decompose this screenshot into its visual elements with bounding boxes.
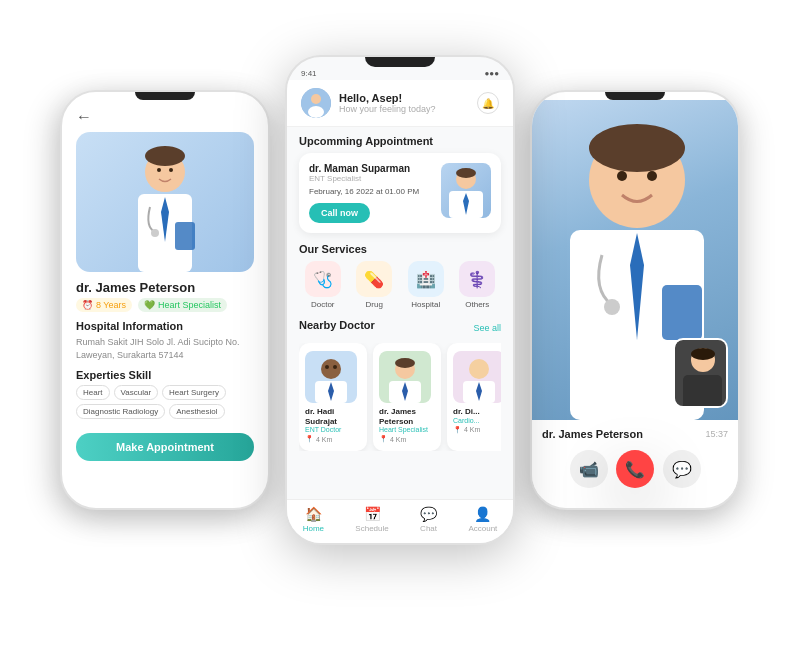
nearby-doctor-1-photo xyxy=(305,351,357,403)
nearby-doctor-1-name: dr. Hadi Sudrajat xyxy=(305,407,361,426)
service-others[interactable]: ⚕️ Others xyxy=(454,261,502,309)
nav-chat-label: Chat xyxy=(420,524,437,533)
svg-point-16 xyxy=(321,359,341,379)
nearby-card-1[interactable]: dr. Hadi Sudrajat ENT Doctor 📍 4 Km xyxy=(299,343,367,451)
call-time: 15:37 xyxy=(705,429,728,439)
service-doctor[interactable]: 🩺 Doctor xyxy=(299,261,347,309)
svg-point-1 xyxy=(145,146,185,166)
video-button[interactable]: 📹 xyxy=(570,450,608,488)
svg-point-27 xyxy=(469,359,489,379)
others-service-icon: ⚕️ xyxy=(459,261,495,297)
nearby-doctor-1-dist: 📍 4 Km xyxy=(305,435,361,443)
nearby-header: Nearby Doctor See all xyxy=(299,319,501,337)
video-call-bg xyxy=(532,100,738,420)
chat-button[interactable]: 💬 xyxy=(663,450,701,488)
svg-rect-37 xyxy=(662,285,702,340)
skill-vascular: Vascular xyxy=(114,385,159,400)
nav-schedule-label: Schedule xyxy=(355,524,388,533)
hospital-info: Rumah Sakit JIH Solo Jl. Adi Sucipto No.… xyxy=(76,336,254,361)
svg-point-12 xyxy=(456,168,476,178)
end-call-button[interactable]: 📞 xyxy=(616,450,654,488)
doctor-service-label: Doctor xyxy=(311,300,335,309)
hospital-service-label: Hospital xyxy=(411,300,440,309)
expertise-section-title: Experties Skill xyxy=(76,369,254,381)
service-drug[interactable]: 💊 Drug xyxy=(351,261,399,309)
chat-icon: 💬 xyxy=(420,506,437,522)
svg-point-5 xyxy=(157,168,161,172)
service-hospital[interactable]: 🏥 Hospital xyxy=(402,261,450,309)
call-doctor-name: dr. James Peterson xyxy=(542,428,643,440)
user-avatar xyxy=(301,88,331,118)
nav-home[interactable]: 🏠 Home xyxy=(303,506,324,533)
hospital-section-title: Hospital Information xyxy=(76,320,254,332)
account-icon: 👤 xyxy=(474,506,491,522)
svg-point-40 xyxy=(691,348,715,360)
skill-heart: Heart xyxy=(76,385,110,400)
nearby-doctor-3-name: dr. Di... xyxy=(453,407,501,417)
nearby-list: dr. Hadi Sudrajat ENT Doctor 📍 4 Km xyxy=(299,343,501,451)
center-phone: 9:41 ●●● Hello, Asep! How your feeling t… xyxy=(285,55,515,545)
svg-point-9 xyxy=(311,94,321,104)
appointment-card: dr. Maman Suparman ENT Specialist Februa… xyxy=(299,153,501,233)
see-all-link[interactable]: See all xyxy=(473,323,501,333)
appointment-info: dr. Maman Suparman ENT Specialist Februa… xyxy=(309,163,433,223)
nav-chat[interactable]: 💬 Chat xyxy=(420,506,437,533)
call-doctor-row: dr. James Peterson 15:37 xyxy=(542,428,728,440)
nearby-doctor-2-dist: 📍 4 Km xyxy=(379,435,435,443)
schedule-icon: 📅 xyxy=(364,506,381,522)
call-action-buttons: 📹 💬 📞 xyxy=(542,450,728,488)
status-bar: 9:41 ●●● xyxy=(287,67,513,80)
svg-point-23 xyxy=(395,358,415,368)
nearby-doc3-illustration xyxy=(453,351,501,403)
nearby-section-title: Nearby Doctor xyxy=(299,319,375,331)
nav-account[interactable]: 👤 Account xyxy=(468,506,497,533)
skill-surgery: Heart Surgery xyxy=(162,385,226,400)
left-phone: ← xyxy=(60,90,270,510)
svg-point-10 xyxy=(308,106,324,118)
doctor-illustration-left xyxy=(120,142,210,272)
svg-rect-7 xyxy=(175,222,195,250)
nearby-doctor-3-photo xyxy=(453,351,501,403)
inset-person-illustration xyxy=(675,340,728,408)
drug-service-label: Drug xyxy=(366,300,383,309)
nav-schedule[interactable]: 📅 Schedule xyxy=(355,506,388,533)
center-body: Upcomming Appointment dr. Maman Suparman… xyxy=(287,127,513,459)
nearby-doctor-2-spec: Heart Specialist xyxy=(379,426,435,433)
drug-service-icon: 💊 xyxy=(356,261,392,297)
scene: ← xyxy=(0,0,800,659)
right-notch xyxy=(605,92,665,100)
svg-point-19 xyxy=(325,365,329,369)
svg-point-6 xyxy=(169,168,173,172)
nav-home-label: Home xyxy=(303,524,324,533)
nearby-doctor-3-spec: Cardio... xyxy=(453,417,501,424)
back-button[interactable]: ← xyxy=(76,108,254,126)
skills-list: Heart Vascular Heart Surgery Diagnostic … xyxy=(76,385,254,419)
doctor-photo-left xyxy=(76,132,254,272)
left-notch xyxy=(135,92,195,100)
left-doctor-name: dr. James Peterson xyxy=(76,280,254,295)
nearby-doc1-illustration xyxy=(305,351,357,403)
right-phone: dr. James Peterson 15:37 📹 💬 📞 xyxy=(530,90,740,510)
appointment-date: February, 16 2022 at 01.00 PM xyxy=(309,187,433,196)
svg-point-4 xyxy=(151,229,159,237)
call-now-button[interactable]: Call now xyxy=(309,203,370,223)
nearby-doctor-2-name: dr. James Peterson xyxy=(379,407,435,426)
make-appointment-button[interactable]: Make Appointment xyxy=(76,433,254,461)
header: Hello, Asep! How your feeling today? 🔔 xyxy=(287,80,513,127)
nav-account-label: Account xyxy=(468,524,497,533)
hospital-service-icon: 🏥 xyxy=(408,261,444,297)
others-service-label: Others xyxy=(465,300,489,309)
doctor-service-icon: 🩺 xyxy=(305,261,341,297)
svg-point-31 xyxy=(589,124,685,172)
services-section-title: Our Services xyxy=(299,243,501,255)
services-grid: 🩺 Doctor 💊 Drug 🏥 Hospital ⚕️ Others xyxy=(299,261,501,309)
appointment-section-title: Upcomming Appointment xyxy=(299,135,501,147)
nearby-card-3[interactable]: dr. Di... Cardio... 📍 4 Km xyxy=(447,343,501,451)
notification-bell[interactable]: 🔔 xyxy=(477,92,499,114)
badge-years: ⏰ 8 Years xyxy=(76,298,132,312)
skill-anesthesia: Anesthesiol xyxy=(169,404,224,419)
right-phone-bottom-bar: dr. James Peterson 15:37 📹 💬 📞 xyxy=(532,420,738,496)
bottom-nav: 🏠 Home 📅 Schedule 💬 Chat 👤 Account xyxy=(287,499,513,543)
center-notch xyxy=(365,57,435,67)
nearby-card-2[interactable]: dr. James Peterson Heart Specialist 📍 4 … xyxy=(373,343,441,451)
